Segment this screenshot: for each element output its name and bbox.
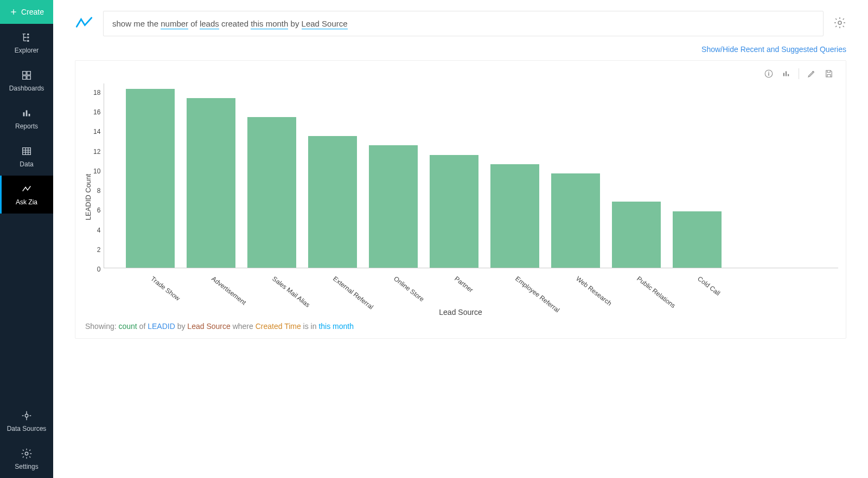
sidebar-item-data[interactable]: Data — [0, 138, 53, 176]
y-tick: 14 — [93, 128, 100, 135]
plot: Trade ShowAdvertisementSales Mail AliasE… — [104, 83, 838, 311]
x-label-wrap: Online Store — [368, 272, 417, 311]
bars-container — [104, 83, 838, 268]
y-tick: 18 — [93, 89, 100, 96]
create-button[interactable]: Create — [0, 0, 53, 24]
bar[interactable] — [369, 145, 418, 268]
sidebar-item-reports[interactable]: Reports — [0, 100, 53, 138]
x-label-wrap: Trade Show — [125, 272, 174, 311]
y-tick: 16 — [93, 108, 100, 116]
info-icon[interactable] — [764, 69, 774, 79]
bar[interactable] — [551, 173, 600, 268]
x-tick-label: Advertisement — [210, 275, 248, 306]
chart-type-icon[interactable] — [781, 69, 791, 79]
x-tick-label: Online Store — [393, 275, 426, 303]
q-text: by — [288, 19, 301, 28]
reports-icon — [21, 107, 33, 119]
edit-icon[interactable] — [807, 69, 816, 79]
sidebar-item-explorer[interactable]: Explorer — [0, 24, 53, 62]
nav-label: Settings — [15, 463, 38, 470]
query-row: show me the number of leads created this… — [75, 11, 846, 36]
create-label: Create — [21, 8, 44, 16]
y-axis-label: LEADID Count — [83, 174, 93, 220]
y-tick: 8 — [97, 187, 101, 195]
x-label-wrap: Cold Call — [672, 272, 721, 311]
showing-of: of — [137, 322, 148, 331]
sidebar-item-settings[interactable]: Settings — [0, 440, 53, 478]
y-tick: 2 — [97, 246, 101, 254]
bar[interactable] — [673, 211, 722, 268]
x-label-wrap: Web Research — [551, 272, 599, 311]
gear-icon — [833, 16, 846, 29]
q-token-lead-source[interactable]: Lead Source — [302, 19, 348, 29]
dashboards-icon — [21, 69, 33, 81]
data-sources-icon — [21, 410, 33, 422]
x-label-wrap: Employee Referral — [490, 272, 539, 311]
x-tick-label: Trade Show — [150, 275, 182, 302]
q-token-number[interactable]: number — [161, 19, 188, 29]
bar[interactable] — [187, 98, 235, 268]
y-tick: 4 — [97, 227, 101, 234]
settings-button[interactable] — [833, 16, 846, 31]
nav-label: Data Sources — [7, 425, 47, 432]
x-tick-label: Cold Call — [697, 275, 722, 297]
bar[interactable] — [247, 117, 296, 268]
y-axis: LEADID Count 181614121086420 — [83, 83, 104, 311]
q-text: of — [188, 19, 200, 28]
showing-month: this month — [318, 322, 354, 331]
q-token-this-month[interactable]: this month — [251, 19, 288, 29]
bar[interactable] — [490, 164, 539, 268]
zia-icon — [21, 183, 33, 195]
x-tick-label: Public Relations — [636, 275, 677, 309]
x-label-wrap: External Referral — [308, 272, 356, 311]
nav-label: Explorer — [15, 47, 39, 54]
chart-area: LEADID Count 181614121086420 Trade ShowA… — [83, 83, 838, 311]
x-labels: Trade ShowAdvertisementSales Mail AliasE… — [104, 268, 838, 311]
showing-by: by — [175, 322, 188, 331]
explorer-icon — [21, 31, 33, 43]
q-text: show me the — [112, 19, 161, 28]
showing-isin: is in — [301, 322, 319, 331]
nav-label: Reports — [15, 122, 38, 130]
x-label-wrap: Partner — [429, 272, 478, 311]
y-tick: 12 — [93, 148, 100, 156]
bar[interactable] — [126, 89, 175, 268]
toolbar-divider — [799, 68, 799, 79]
showing-summary: Showing: count of LEADID by Lead Source … — [83, 316, 838, 333]
x-tick-label: Partner — [454, 275, 475, 294]
x-tick-label: Web Research — [575, 275, 614, 307]
y-tick: 6 — [97, 206, 101, 214]
q-token-leads[interactable]: leads — [200, 19, 219, 29]
sidebar: Create Explorer Dashboards Reports Data … — [0, 0, 53, 478]
main: show me the number of leads created this… — [53, 0, 868, 478]
nav-label: Dashboards — [9, 85, 44, 92]
x-label-wrap: Public Relations — [611, 272, 660, 311]
showing-created: Created Time — [256, 322, 301, 331]
sidebar-item-ask-zia[interactable]: Ask Zia — [0, 176, 53, 214]
y-tick: 10 — [93, 167, 100, 175]
nav-label: Data — [20, 160, 33, 168]
chart-card: LEADID Count 181614121086420 Trade ShowA… — [75, 60, 846, 339]
bar[interactable] — [430, 155, 478, 268]
chart-toolbar — [83, 66, 838, 83]
sidebar-item-data-sources[interactable]: Data Sources — [0, 402, 53, 440]
bar[interactable] — [308, 136, 357, 268]
svg-point-2 — [838, 21, 841, 24]
y-tick: 0 — [97, 266, 101, 273]
showing-where: where — [231, 322, 256, 331]
showing-count: count — [118, 322, 137, 331]
q-text: created — [219, 19, 251, 28]
save-icon[interactable] — [824, 69, 834, 79]
sidebar-item-dashboards[interactable]: Dashboards — [0, 62, 53, 100]
y-ticks: 181614121086420 — [93, 89, 104, 273]
bar[interactable] — [612, 202, 661, 268]
show-hide-suggestions-link[interactable]: Show/Hide Recent and Suggested Queries — [75, 45, 846, 54]
x-tick-label: Sales Mail Alias — [271, 275, 312, 309]
x-label-wrap: Advertisement — [186, 272, 235, 311]
plus-icon — [9, 8, 18, 16]
x-label-wrap: Sales Mail Alias — [247, 272, 296, 311]
query-input[interactable]: show me the number of leads created this… — [103, 11, 824, 36]
data-icon — [21, 145, 33, 157]
svg-point-1 — [25, 452, 28, 455]
settings-icon — [21, 448, 33, 460]
